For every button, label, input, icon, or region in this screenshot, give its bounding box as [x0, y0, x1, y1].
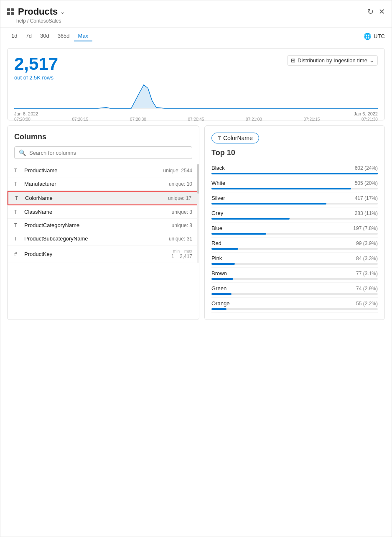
tab-max[interactable]: Max	[74, 31, 93, 41]
type-icon-classname: T	[14, 209, 20, 215]
header: Products ⌄ help / ContosoSales ↻ ✕	[0, 0, 392, 28]
bar-item-header-black: Black 602 (24%)	[211, 165, 378, 171]
bar-track-black	[211, 173, 378, 174]
bar-label-grey: Grey	[211, 210, 223, 216]
col-stats-classname: unique: 3	[172, 209, 192, 215]
breadcrumb: help / ContosoSales	[16, 18, 65, 24]
tab-30d[interactable]: 30d	[36, 31, 53, 41]
time-label-5: 07:21:15	[304, 117, 320, 122]
column-row-productsubcategoryname[interactable]: T ProductSubcategoryName unique: 31	[8, 232, 199, 245]
colorname-type-icon: T	[218, 135, 221, 141]
bar-label-black: Black	[211, 165, 225, 171]
bar-item-header-silver: Silver 417 (17%)	[211, 195, 378, 201]
chevron-down-icon[interactable]: ⌄	[60, 8, 65, 15]
type-icon-productname: T	[14, 168, 20, 174]
bar-item-black[interactable]: Black 602 (24%)	[211, 162, 378, 177]
bar-item-red[interactable]: Red 99 (3.9%)	[211, 238, 378, 253]
col-stats-productkey: min max 1 2,417	[171, 249, 192, 259]
page-title: Products	[18, 6, 58, 17]
bar-label-silver: Silver	[211, 195, 225, 201]
grid-icon	[7, 8, 14, 15]
utc-label: UTC	[374, 33, 385, 39]
dist-icon: ⊞	[291, 57, 295, 64]
col-name-productsubcategoryname: ProductSubcategoryName	[24, 235, 169, 242]
bar-item-header-red: Red 99 (3.9%)	[211, 240, 378, 246]
column-row-productkey[interactable]: # ProductKey min max 1 2,417	[8, 245, 199, 263]
bar-value-green: 74 (2.9%)	[356, 286, 378, 292]
bar-item-silver[interactable]: Silver 417 (17%)	[211, 192, 378, 207]
time-label-6: 07:21:30	[361, 117, 378, 122]
bar-track-red	[211, 248, 378, 250]
col-stats-manufacturer: unique: 10	[169, 181, 192, 187]
time-label-1: 07:20:15	[72, 117, 89, 122]
column-row-manufacturer[interactable]: T Manufacturer unique: 10	[8, 177, 199, 191]
column-row-productname[interactable]: T ProductName unique: 2544	[8, 164, 199, 177]
type-icon-productcategoryname: T	[14, 222, 20, 228]
bar-track-pink	[211, 263, 378, 265]
search-icon: 🔍	[19, 149, 26, 156]
columns-title: Columns	[8, 133, 199, 141]
bar-fill-brown	[211, 278, 233, 280]
bar-track-green	[211, 293, 378, 295]
bar-track-blue	[211, 233, 378, 235]
bar-fill-silver	[211, 203, 326, 205]
bar-value-blue: 197 (7.8%)	[353, 225, 378, 231]
distribution-panel: 2,517 out of 2.5K rows ⊞ Distribution by…	[7, 48, 385, 120]
colorname-badge[interactable]: T ColorName	[211, 133, 259, 143]
time-axis: 07:20:00 07:20:15 07:20:30 07:20:45 07:2…	[14, 117, 378, 122]
column-row-classname[interactable]: T ClassName unique: 3	[8, 205, 199, 219]
bar-item-header-grey: Grey 283 (11%)	[211, 210, 378, 216]
bar-item-grey[interactable]: Grey 283 (11%)	[211, 207, 378, 222]
search-box[interactable]: 🔍	[14, 146, 192, 159]
column-row-productcategoryname[interactable]: T ProductCategoryName unique: 8	[8, 219, 199, 232]
colorname-panel: T ColorName Top 10 Black 602 (24%)	[204, 125, 385, 320]
col-name-colorname: ColorName	[25, 195, 168, 201]
top10-title: Top 10	[211, 148, 378, 157]
bar-item-header-white: White 505 (20%)	[211, 180, 378, 186]
row-label: out of 2.5K rows	[14, 74, 58, 81]
time-tabs: 1d 7d 30d 365d Max 🌐 UTC	[0, 28, 392, 45]
scrollbar-thumb	[197, 164, 199, 194]
columns-panel: Columns 🔍 T ProductName unique: 2544 T M…	[7, 125, 199, 320]
col-stats-colorname: unique: 17	[168, 195, 191, 201]
col-name-productcategoryname: ProductCategoryName	[24, 222, 172, 228]
utc-button[interactable]: 🌐 UTC	[364, 33, 385, 40]
time-label-4: 07:21:00	[246, 117, 262, 122]
column-row-colorname[interactable]: T ColorName unique: 17	[8, 191, 199, 205]
col-name-classname: ClassName	[24, 209, 172, 215]
chart-area: Jan 6, 2022 Jan 6, 2022 07:20:00 07:20:1…	[14, 84, 378, 113]
refresh-icon[interactable]: ↻	[367, 8, 374, 15]
bar-item-green[interactable]: Green 74 (2.9%)	[211, 283, 378, 298]
close-icon[interactable]: ✕	[379, 8, 385, 15]
header-left: Products ⌄ help / ContosoSales	[7, 6, 65, 24]
search-input[interactable]	[29, 150, 188, 156]
col-stats-productcategoryname: unique: 8	[172, 222, 192, 228]
bar-item-orange[interactable]: Orange 55 (2.2%)	[211, 298, 378, 313]
date-right: Jan 6, 2022	[354, 111, 378, 116]
bar-item-white[interactable]: White 505 (20%)	[211, 177, 378, 192]
chart-svg	[14, 84, 378, 109]
scrollbar-indicator[interactable]	[197, 164, 199, 263]
tab-7d[interactable]: 7d	[21, 31, 36, 41]
app-container: Products ⌄ help / ContosoSales ↻ ✕ 1d 7d…	[0, 0, 392, 537]
bar-label-red: Red	[211, 240, 221, 246]
col-stats-productsubcategoryname: unique: 31	[169, 236, 192, 242]
bar-label-brown: Brown	[211, 270, 227, 276]
bar-item-pink[interactable]: Pink 84 (3.3%)	[211, 253, 378, 268]
bar-fill-orange	[211, 308, 227, 310]
globe-icon: 🌐	[364, 33, 372, 40]
type-icon-colorname: T	[15, 195, 21, 201]
time-label-3: 07:20:45	[188, 117, 204, 122]
tab-365d[interactable]: 365d	[53, 31, 74, 41]
header-actions: ↻ ✕	[367, 8, 385, 15]
bar-fill-blue	[211, 233, 266, 235]
bar-fill-green	[211, 293, 232, 295]
column-list: T ProductName unique: 2544 T Manufacture…	[8, 164, 199, 263]
bar-item-brown[interactable]: Brown 77 (3.1%)	[211, 268, 378, 283]
row-count-section: 2,517 out of 2.5K rows	[14, 55, 58, 81]
bar-item-blue[interactable]: Blue 197 (7.8%)	[211, 222, 378, 238]
distribution-button[interactable]: ⊞ Distribution by Ingestion time ⌄	[287, 55, 378, 66]
bar-fill-grey	[211, 218, 290, 220]
dist-chevron-icon: ⌄	[369, 57, 374, 64]
tab-1d[interactable]: 1d	[7, 31, 21, 41]
